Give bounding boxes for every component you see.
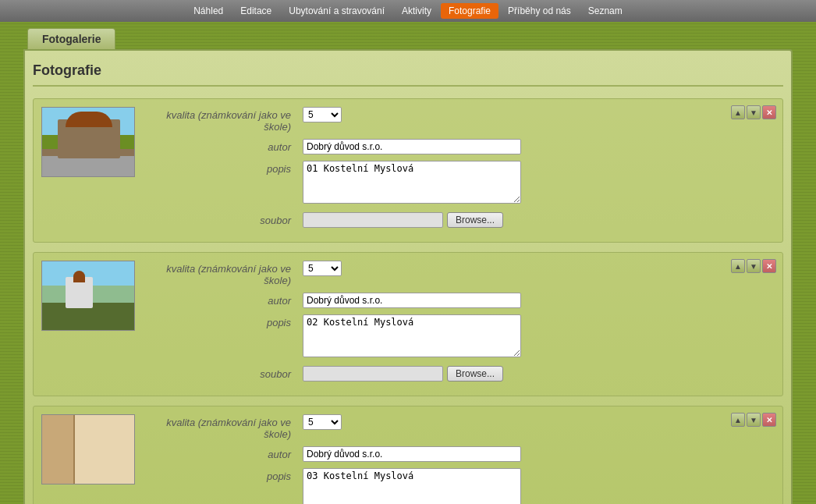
file-label-1: soubor bbox=[147, 212, 303, 226]
desc-row-3: popis 03 Kostelní Myslová bbox=[147, 468, 775, 504]
browse-button-2[interactable]: Browse... bbox=[447, 366, 503, 382]
photo-row-1: kvalita (známkování jako ve škole) 1 2 3… bbox=[33, 98, 783, 243]
quality-label-3: kvalita (známkování jako ve škole) bbox=[147, 414, 303, 440]
tab-header: Fotogalerie bbox=[27, 28, 115, 49]
photo-thumbnail-2 bbox=[41, 261, 135, 331]
author-value-3 bbox=[303, 446, 775, 462]
nav-item-příběhy-od-nás[interactable]: Příběhy od nás bbox=[500, 3, 579, 19]
photo-row-3: kvalita (známkování jako ve škole) 1 2 3… bbox=[33, 406, 783, 504]
photo-row-2: kvalita (známkování jako ve škole) 1 2 3… bbox=[33, 252, 783, 396]
nav-item-seznam[interactable]: Seznam bbox=[580, 3, 630, 19]
quality-row-2: kvalita (známkování jako ve škole) 1 2 3… bbox=[147, 261, 775, 286]
author-row-2: autor bbox=[147, 293, 775, 308]
delete-button-1[interactable]: ✕ bbox=[762, 105, 776, 119]
move-down-button-3[interactable]: ▼ bbox=[747, 413, 761, 427]
page-title: Fotografie bbox=[33, 62, 783, 87]
author-value-2 bbox=[303, 293, 775, 308]
desc-textarea-3[interactable]: 03 Kostelní Myslová bbox=[303, 468, 521, 504]
main-container: Fotogalerie Fotografie kvalita (známková… bbox=[23, 28, 793, 504]
row-controls-2: ▲ ▼ ✕ bbox=[731, 259, 776, 273]
photo-thumbnail-3 bbox=[41, 414, 135, 484]
file-row-2: soubor Browse... bbox=[147, 366, 775, 382]
desc-textarea-1[interactable]: 01 Kostelní Myslová bbox=[303, 161, 521, 204]
content-panel: Fotografie kvalita (známkování jako ve š… bbox=[23, 49, 793, 504]
photo-form-3: kvalita (známkování jako ve škole) 1 2 3… bbox=[147, 414, 775, 504]
quality-value-3: 1 2 3 4 5 bbox=[303, 414, 775, 430]
photo-form-1: kvalita (známkování jako ve škole) 1 2 3… bbox=[147, 107, 775, 234]
quality-value-1: 1 2 3 4 5 bbox=[303, 107, 775, 122]
quality-row-3: kvalita (známkování jako ve škole) 1 2 3… bbox=[147, 414, 775, 440]
nav-item-fotografie[interactable]: Fotografie bbox=[441, 3, 498, 19]
desc-value-1: 01 Kostelní Myslová bbox=[303, 161, 775, 206]
quality-value-2: 1 2 3 4 5 bbox=[303, 261, 775, 276]
desc-row-1: popis 01 Kostelní Myslová bbox=[147, 161, 775, 206]
quality-row-1: kvalita (známkování jako ve škole) 1 2 3… bbox=[147, 107, 775, 133]
file-label-2: soubor bbox=[147, 366, 303, 380]
move-up-button-3[interactable]: ▲ bbox=[731, 413, 745, 427]
author-label-2: autor bbox=[147, 293, 303, 307]
nav-item-editace[interactable]: Editace bbox=[232, 3, 279, 19]
photo-thumbnail-1 bbox=[41, 107, 135, 177]
author-value-1 bbox=[303, 139, 775, 154]
tab-label: Fotogalerie bbox=[42, 33, 101, 45]
browse-button-1[interactable]: Browse... bbox=[447, 212, 503, 228]
desc-label-1: popis bbox=[147, 161, 303, 175]
nav-item-aktivity[interactable]: Aktivity bbox=[394, 3, 439, 19]
author-input-1[interactable] bbox=[303, 139, 521, 154]
delete-button-3[interactable]: ✕ bbox=[762, 413, 776, 427]
move-up-button-2[interactable]: ▲ bbox=[731, 259, 745, 273]
file-value-2: Browse... bbox=[303, 366, 775, 382]
row-controls-1: ▲ ▼ ✕ bbox=[731, 105, 776, 119]
file-input-display-2 bbox=[303, 366, 443, 382]
file-input-display-1 bbox=[303, 212, 443, 228]
desc-label-3: popis bbox=[147, 468, 303, 482]
move-up-button-1[interactable]: ▲ bbox=[731, 105, 745, 119]
desc-textarea-2[interactable]: 02 Kostelní Myslová bbox=[303, 314, 521, 357]
nav-item-ubytování-a-stravování[interactable]: Ubytování a stravování bbox=[281, 3, 392, 19]
author-label-1: autor bbox=[147, 139, 303, 153]
row-controls-3: ▲ ▼ ✕ bbox=[731, 413, 776, 427]
desc-row-2: popis 02 Kostelní Myslová bbox=[147, 314, 775, 360]
author-input-3[interactable] bbox=[303, 446, 521, 462]
quality-select-1[interactable]: 1 2 3 4 5 bbox=[303, 107, 342, 122]
quality-label-2: kvalita (známkování jako ve škole) bbox=[147, 261, 303, 286]
photo-form-2: kvalita (známkování jako ve škole) 1 2 3… bbox=[147, 261, 775, 388]
file-value-1: Browse... bbox=[303, 212, 775, 228]
desc-value-3: 03 Kostelní Myslová bbox=[303, 468, 775, 504]
file-row-1: soubor Browse... bbox=[147, 212, 775, 228]
file-upload-2: Browse... bbox=[303, 366, 775, 382]
top-navigation: NáhledEditaceUbytování a stravováníAktiv… bbox=[0, 0, 816, 22]
quality-select-2[interactable]: 1 2 3 4 5 bbox=[303, 261, 342, 276]
desc-label-2: popis bbox=[147, 314, 303, 328]
quality-label-1: kvalita (známkování jako ve škole) bbox=[147, 107, 303, 133]
delete-button-2[interactable]: ✕ bbox=[762, 259, 776, 273]
author-row-3: autor bbox=[147, 446, 775, 462]
author-row-1: autor bbox=[147, 139, 775, 154]
photo-rows-container: kvalita (známkování jako ve škole) 1 2 3… bbox=[33, 98, 783, 504]
file-upload-1: Browse... bbox=[303, 212, 775, 228]
author-label-3: autor bbox=[147, 446, 303, 460]
desc-value-2: 02 Kostelní Myslová bbox=[303, 314, 775, 360]
move-down-button-1[interactable]: ▼ bbox=[747, 105, 761, 119]
move-down-button-2[interactable]: ▼ bbox=[747, 259, 761, 273]
quality-select-3[interactable]: 1 2 3 4 5 bbox=[303, 414, 342, 430]
nav-item-náhled[interactable]: Náhled bbox=[186, 3, 231, 19]
author-input-2[interactable] bbox=[303, 293, 521, 308]
